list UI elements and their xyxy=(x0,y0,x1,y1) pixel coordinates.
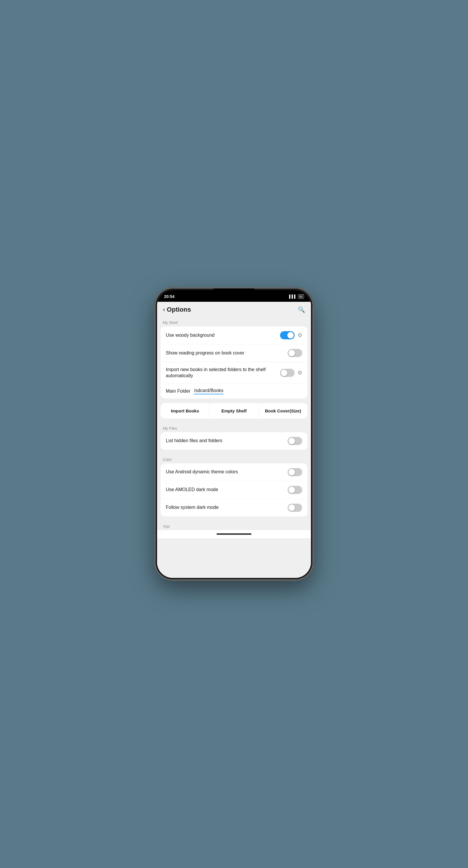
my-shelf-card: Use woody background ⚙ Show reading prog… xyxy=(160,327,308,399)
amoled-dark-mode-row: Use AMOLED dark mode xyxy=(160,481,308,499)
follow-system-dark-toggle[interactable] xyxy=(288,504,302,512)
search-button[interactable]: 🔍 xyxy=(298,306,305,313)
section-label-my-shelf: My Shelf xyxy=(157,317,311,327)
toggle-knob xyxy=(289,350,295,356)
follow-system-dark-row: Follow system dark mode xyxy=(160,499,308,517)
phone-frame: 20:54 ▌▌▌ 92 ‹ Options 🔍 My Shelf xyxy=(155,288,313,580)
section-label-my-files: My Files xyxy=(157,423,311,432)
action-buttons-card: Import Books Empty Shelf Book Cover(Size… xyxy=(160,403,308,418)
section-label-app: App xyxy=(157,521,311,530)
woody-background-gear-icon[interactable]: ⚙ xyxy=(297,332,302,338)
empty-shelf-button[interactable]: Empty Shelf xyxy=(209,403,259,418)
list-hidden-files-label: List hidden files and folders xyxy=(166,438,288,444)
signal-icon: ▌▌▌ xyxy=(289,294,297,299)
main-folder-row: Main Folder /sdcard/Books xyxy=(160,384,308,399)
home-bar[interactable] xyxy=(216,533,252,535)
woody-background-label: Use woody background xyxy=(166,332,280,338)
screen-content: ‹ Options 🔍 My Shelf Use woody backgroun… xyxy=(157,302,311,578)
toggle-knob xyxy=(289,438,295,444)
android-dynamic-toggle[interactable] xyxy=(288,468,302,476)
status-time: 20:54 xyxy=(164,294,175,299)
reading-progress-row: Show reading progress on book cover xyxy=(160,344,308,362)
main-folder-label: Main Folder xyxy=(166,389,190,394)
android-dynamic-controls xyxy=(288,468,302,476)
folder-path[interactable]: /sdcard/Books xyxy=(194,388,223,394)
book-cover-size-button[interactable]: Book Cover(Size) xyxy=(259,403,308,418)
import-books-button[interactable]: Import Books xyxy=(160,403,209,418)
android-dynamic-theme-row: Use Android dynamic theme colors xyxy=(160,463,308,481)
list-hidden-files-row: List hidden files and folders xyxy=(160,432,308,450)
amoled-dark-toggle[interactable] xyxy=(288,486,302,494)
import-books-toggle[interactable] xyxy=(280,369,295,377)
woody-background-controls: ⚙ xyxy=(280,331,302,339)
android-dynamic-theme-label: Use Android dynamic theme colors xyxy=(166,469,288,475)
woody-background-toggle[interactable] xyxy=(280,331,295,339)
section-label-color: Color xyxy=(157,455,311,463)
woody-background-row: Use woody background ⚙ xyxy=(160,327,308,344)
home-indicator xyxy=(157,530,311,538)
page-title: Options xyxy=(167,306,191,313)
reading-progress-controls xyxy=(288,349,302,357)
amoled-dark-controls xyxy=(288,486,302,494)
status-icons: ▌▌▌ 92 xyxy=(289,294,304,299)
list-hidden-files-toggle[interactable] xyxy=(288,437,302,445)
import-books-row: Import new books in selected folders to … xyxy=(160,362,308,384)
toggle-knob xyxy=(281,370,287,376)
color-card: Use Android dynamic theme colors Use AMO… xyxy=(160,463,308,517)
back-button[interactable]: ‹ xyxy=(163,306,165,313)
import-books-controls: ⚙ xyxy=(280,369,302,377)
import-books-gear-icon[interactable]: ⚙ xyxy=(297,370,302,376)
toggle-knob xyxy=(287,332,294,338)
toggle-knob xyxy=(289,504,295,511)
follow-system-dark-controls xyxy=(288,504,302,512)
header-left: ‹ Options xyxy=(163,306,191,313)
toggle-knob xyxy=(289,469,295,475)
toggle-knob xyxy=(289,487,295,493)
reading-progress-toggle[interactable] xyxy=(288,349,302,357)
page-header: ‹ Options 🔍 xyxy=(157,302,311,317)
battery-indicator: 92 xyxy=(298,294,304,299)
notch xyxy=(214,288,254,296)
follow-system-dark-label: Follow system dark mode xyxy=(166,504,288,510)
import-books-label: Import new books in selected folders to … xyxy=(166,367,280,379)
reading-progress-label: Show reading progress on book cover xyxy=(166,350,288,356)
my-files-card: List hidden files and folders xyxy=(160,432,308,450)
list-hidden-files-controls xyxy=(288,437,302,445)
amoled-dark-mode-label: Use AMOLED dark mode xyxy=(166,487,288,493)
phone-screen: 20:54 ▌▌▌ 92 ‹ Options 🔍 My Shelf xyxy=(157,290,311,578)
